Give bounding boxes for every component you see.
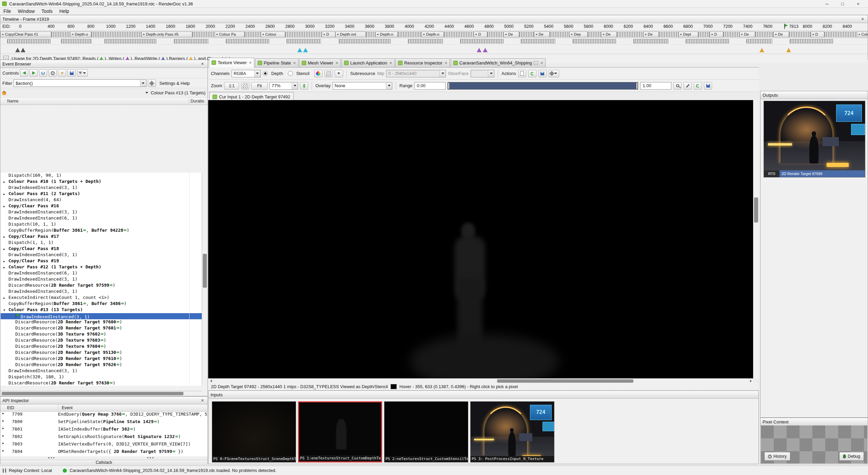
api-call-list[interactable]: ▶7799EndQuery(Query Heap 3766oo, D3D12_Q… — [0, 412, 208, 456]
pass-label[interactable]: + D — [322, 32, 335, 37]
splitter-grip[interactable]: ●●● — [48, 456, 55, 460]
scrollbar-thumb[interactable] — [497, 379, 633, 383]
event-row[interactable]: ▶Colour Pass #10 (1 Targets + Depth) — [1, 179, 202, 185]
history-button[interactable]: History — [764, 452, 790, 461]
range-autofit-button[interactable] — [684, 82, 692, 90]
timeline-blocks-row[interactable] — [0, 38, 868, 45]
event-row[interactable]: DiscardResource(2D Texture 97603oo) — [1, 338, 202, 344]
tab-pipeline-state[interactable]: Pipeline State× — [255, 58, 298, 67]
menu-file[interactable]: File — [0, 8, 15, 15]
event-row[interactable]: DrawIndexedInstanced(3, 1) — [1, 289, 202, 295]
expand-arrow-icon[interactable]: ▶ — [3, 247, 8, 251]
event-row[interactable]: DiscardResource(2D Render Target 97610oo… — [1, 356, 202, 362]
event-browser-column-header[interactable]: Name Duration — [0, 98, 208, 105]
range-max-input[interactable]: 1.00 — [640, 82, 671, 90]
pass-label[interactable]: + De — [534, 32, 550, 37]
usage-marker-icon[interactable] — [760, 48, 764, 52]
timeline-markers-row[interactable] — [0, 45, 868, 54]
event-row[interactable]: DiscardResource(2D Render Target 97599oo… — [1, 283, 202, 289]
event-row[interactable]: DrawIndexedInstanced(3, 1) — [1, 209, 202, 215]
pixel-context-view[interactable]: History Debug — [761, 425, 867, 463]
expand-arrow-icon[interactable]: ▶ — [3, 260, 8, 263]
event-row[interactable]: Dispatch(1, 1, 1) — [1, 240, 202, 246]
fit-button[interactable]: Fit — [251, 82, 268, 90]
tab-close-icon[interactable]: × — [249, 60, 252, 65]
event-row[interactable]: DrawIndexedInstanced(3, 1) — [1, 368, 202, 374]
input-thumbnail[interactable]: PS 1:eneTexturesStruct_CustomDepthTextu — [298, 401, 382, 462]
expand-arrow-icon[interactable]: ▶ — [0, 449, 8, 456]
texture-hscrollbar[interactable] — [208, 378, 753, 383]
expand-arrow-icon[interactable]: ▶ — [3, 266, 8, 269]
scrollbar-thumb[interactable] — [754, 197, 758, 223]
usage-marker-icon[interactable] — [15, 48, 20, 52]
export-button[interactable] — [67, 69, 76, 77]
event-browser-close-icon[interactable]: × — [199, 61, 205, 66]
usage-marker-icon[interactable] — [477, 48, 481, 52]
expand-arrow-icon[interactable]: ▶ — [0, 412, 8, 419]
event-row[interactable]: DrawInstanced(4, 64) — [1, 197, 202, 203]
chevron-down-icon[interactable] — [140, 80, 146, 87]
event-row[interactable]: DiscardResource(2D Render Target 97630oo… — [1, 380, 202, 386]
refresh-button[interactable] — [39, 69, 47, 77]
texture-viewport[interactable] — [208, 100, 753, 378]
event-row[interactable]: DrawIndexedInstanced(3, 1) — [1, 252, 202, 258]
menu-window[interactable]: Window — [15, 8, 38, 15]
expand-arrow-icon[interactable]: ▶ — [0, 419, 8, 426]
gamma-button[interactable] — [314, 70, 322, 77]
api-row[interactable]: ▶7800SetPipelineState(Pipeline State 142… — [0, 419, 208, 426]
event-row[interactable]: Dispatch(320, 180, 1) — [1, 374, 202, 380]
goto-button[interactable] — [528, 70, 536, 77]
minimize-button[interactable]: ─ — [819, 0, 835, 7]
pass-label[interactable]: + Depth-only Pass #5 — [141, 32, 192, 37]
column-duration[interactable]: Duration — [189, 98, 204, 104]
settings-help-link[interactable]: Settings & Help — [159, 81, 190, 86]
pass-label[interactable]: + De — [601, 32, 617, 37]
callstack-section[interactable]: Callstack — [0, 460, 208, 465]
pass-label[interactable]: + D — [710, 32, 723, 37]
timing-button[interactable] — [48, 69, 57, 77]
depth-radio[interactable] — [263, 71, 268, 76]
api-row[interactable]: ▶7803IASetVertexBuffers(0, D3D12_VERTEX_… — [0, 441, 208, 449]
maximize-button[interactable]: □ — [835, 0, 850, 7]
tab-overflow-icon[interactable]: ... — [534, 61, 538, 65]
splitter-grip[interactable]: ●●● — [147, 456, 154, 460]
bookmark-button[interactable]: ★ — [58, 69, 66, 77]
pass-label[interactable]: + De — [773, 32, 789, 37]
api-row[interactable]: ▶7804OMSetRenderTargets({ 2D Render Targ… — [0, 449, 208, 456]
event-row[interactable]: DiscardResource(2D Render Target 97626oo… — [1, 362, 202, 368]
tab-resource-inspector[interactable]: Resource Inspector× — [395, 58, 450, 67]
usage-marker-icon[interactable] — [303, 48, 308, 52]
output-thumbnail[interactable]: 724 RT0 2D Render Target 97599 — [764, 101, 865, 177]
event-row[interactable]: ▶Copy/Clear Pass #16 — [1, 203, 202, 209]
column-eid[interactable]: EID — [0, 404, 58, 411]
chevron-down-icon[interactable] — [144, 88, 149, 97]
pass-label[interactable]: + Depth-onl — [335, 32, 366, 37]
pass-label[interactable]: + Colour — [857, 32, 868, 37]
stencil-radio[interactable] — [288, 71, 293, 76]
channels-select[interactable]: RGBA — [232, 70, 261, 77]
expand-arrow-icon[interactable]: ▶ — [3, 296, 8, 300]
event-row[interactable]: DrawIndexedInstanced(6, 1) — [1, 215, 202, 222]
event-row[interactable]: DrawIndexedInstanced(3, 1) — [1, 313, 202, 319]
range-zoom-button[interactable] — [673, 82, 682, 90]
expand-arrow-icon[interactable]: ▶ — [3, 192, 8, 196]
pass-label[interactable]: + De — [504, 32, 519, 37]
usage-marker-icon[interactable] — [786, 48, 791, 52]
menu-help[interactable]: Help — [56, 8, 73, 15]
expand-arrow-icon[interactable]: ▶ — [3, 235, 8, 239]
home-icon[interactable] — [2, 93, 6, 95]
column-name[interactable]: Name — [0, 98, 18, 104]
texture-vscrollbar[interactable] — [753, 100, 759, 378]
pass-label[interactable]: + D — [474, 32, 487, 37]
api-row[interactable]: ▶7799EndQuery(Query Heap 3766oo, D3D12_Q… — [0, 412, 208, 419]
api-column-header[interactable]: EID Event — [0, 404, 208, 412]
pass-label[interactable]: + Colour — [261, 32, 285, 37]
expand-arrow-icon[interactable]: ▶ — [0, 434, 8, 441]
timeline-close-icon[interactable]: × — [860, 16, 866, 22]
background-pattern-button[interactable] — [324, 70, 333, 77]
save-texture-button[interactable] — [538, 70, 547, 77]
debug-button[interactable]: Debug — [839, 452, 864, 461]
pass-label[interactable]: + Depth-o — [421, 32, 444, 37]
event-row[interactable]: DiscardResource(2D Render Target 97600oo… — [1, 319, 202, 325]
event-row[interactable]: ▶Copy/Clear Pass #17 — [1, 234, 202, 240]
